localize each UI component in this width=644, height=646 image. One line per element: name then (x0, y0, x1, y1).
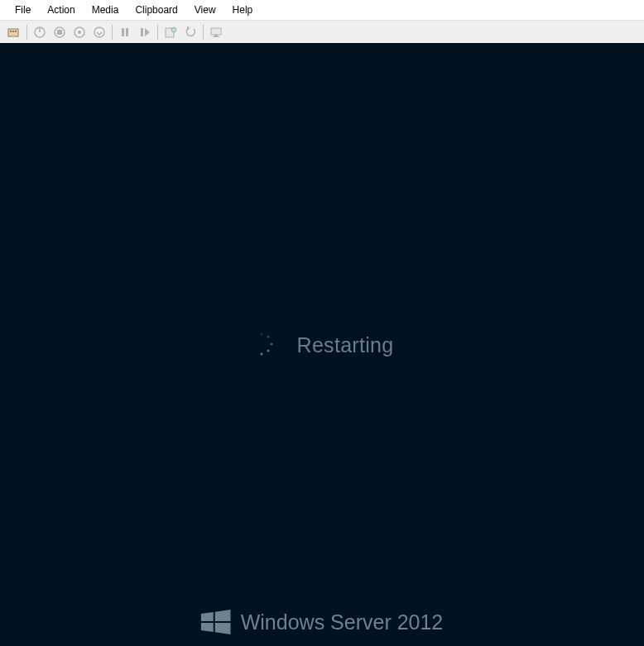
svg-rect-17 (214, 35, 218, 36)
shutdown-button[interactable] (70, 23, 89, 41)
menu-file[interactable]: File (7, 2, 39, 18)
svg-rect-13 (141, 28, 143, 36)
toolbar-separator (203, 25, 204, 40)
toolbar-separator (112, 25, 113, 40)
revert-icon (184, 26, 197, 39)
svg-rect-3 (15, 31, 17, 32)
os-branding: Windows Server 2012 (201, 610, 444, 634)
revert-button[interactable] (181, 23, 199, 41)
checkpoint-icon (164, 26, 177, 39)
svg-rect-11 (122, 28, 124, 36)
shutdown-icon (73, 26, 86, 39)
boot-status-text: Restarting (297, 333, 394, 356)
turnoff-button[interactable] (50, 23, 69, 41)
checkpoint-button[interactable] (161, 23, 180, 41)
menu-action[interactable]: Action (39, 2, 83, 18)
spinner-icon (251, 333, 274, 356)
start-icon (33, 26, 46, 39)
reset-icon (138, 26, 151, 39)
enhanced-session-button[interactable] (207, 23, 225, 41)
svg-rect-0 (8, 29, 18, 36)
toolbar-separator (157, 25, 158, 40)
reset-button[interactable] (136, 23, 154, 41)
svg-point-10 (94, 27, 104, 37)
menu-help[interactable]: Help (224, 2, 262, 18)
enhanced-session-icon (209, 26, 223, 39)
windows-logo-icon (201, 610, 231, 634)
pause-icon (118, 26, 132, 39)
menubar: File Action Media Clipboard View Help (0, 0, 644, 21)
svg-point-9 (78, 31, 81, 34)
vm-display[interactable]: Restarting Windows Server 2012 (0, 43, 644, 646)
ctrl-alt-del-icon (7, 26, 21, 39)
svg-rect-2 (12, 31, 14, 32)
menu-clipboard[interactable]: Clipboard (127, 2, 185, 18)
svg-rect-1 (10, 31, 12, 32)
toolbar (0, 21, 644, 43)
save-button[interactable] (90, 23, 108, 41)
turnoff-icon (53, 26, 66, 39)
menu-view[interactable]: View (186, 2, 224, 18)
pause-button[interactable] (116, 23, 134, 41)
boot-status: Restarting (251, 333, 394, 356)
toolbar-separator (26, 25, 27, 40)
ctrl-alt-del-button[interactable] (5, 23, 23, 41)
svg-rect-7 (57, 30, 62, 35)
save-icon (93, 26, 106, 39)
os-brand-text: Windows Server 2012 (241, 610, 444, 634)
svg-rect-18 (213, 36, 219, 37)
svg-rect-16 (211, 28, 221, 35)
menu-media[interactable]: Media (84, 2, 127, 18)
start-button[interactable] (31, 23, 49, 41)
svg-rect-12 (126, 28, 128, 36)
